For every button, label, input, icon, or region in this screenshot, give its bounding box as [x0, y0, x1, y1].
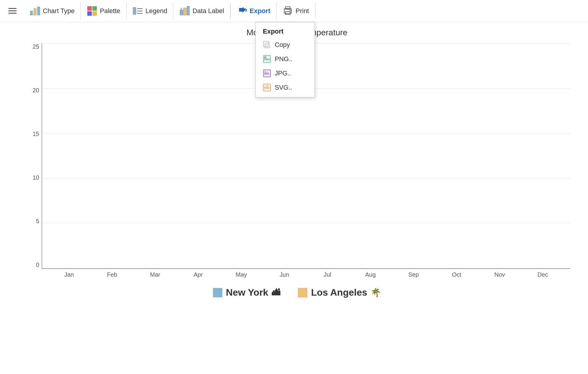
svg-point-18	[290, 10, 291, 11]
svg-item[interactable]: SVG SVG..	[256, 80, 314, 95]
svg-text:PNG: PNG	[264, 58, 270, 61]
la-icon: 🌴	[371, 288, 381, 297]
svg-rect-13	[187, 6, 189, 15]
x-label-aug: Aug	[349, 269, 392, 278]
chart-type-icon	[30, 6, 40, 16]
png-icon: PNG	[263, 55, 271, 63]
svg-rect-0	[30, 11, 33, 15]
y-label-25: 25	[26, 43, 39, 50]
export-label: Export	[250, 7, 271, 15]
jpg-icon: JPG	[263, 69, 271, 77]
svg-text:JPG: JPG	[264, 72, 269, 75]
x-label-jul: Jul	[306, 269, 349, 278]
svg-rect-2	[37, 7, 40, 15]
png-label: PNG..	[275, 55, 293, 63]
palette-button[interactable]: Palette	[81, 2, 127, 19]
data-label-label: Data Label	[192, 7, 224, 15]
svg-icon: SVG	[263, 83, 271, 92]
x-label-jan: Jan	[48, 269, 91, 278]
x-label-apr: Apr	[177, 269, 220, 278]
y-label-20: 20	[26, 87, 39, 94]
x-label-oct: Oct	[435, 269, 478, 278]
svg-rect-11	[180, 10, 183, 15]
svg-rect-1	[34, 9, 36, 15]
svg-rect-5	[87, 11, 92, 16]
x-label-mar: Mar	[134, 269, 177, 278]
hamburger-menu[interactable]	[5, 2, 24, 19]
y-label-0: 0	[26, 262, 39, 268]
copy-item[interactable]: Copy	[256, 38, 314, 52]
svg-rect-3	[87, 6, 92, 11]
legend-color-ny	[213, 288, 222, 297]
legend-label-ny: New York	[226, 287, 268, 298]
legend-item-la[interactable]: Los Angeles 🌴	[298, 287, 381, 298]
export-dropdown: Export Copy PNG PNG.. JPG JPG.. SVG	[255, 22, 315, 97]
chart-type-button[interactable]: Chart Type	[24, 2, 81, 19]
png-item[interactable]: PNG PNG..	[256, 52, 314, 66]
svg-rect-4	[92, 6, 97, 11]
chart-type-label: Chart Type	[43, 7, 75, 15]
export-icon	[237, 6, 247, 16]
x-label-nov: Nov	[478, 269, 521, 278]
svg-rect-20	[263, 41, 268, 47]
x-label-feb: Feb	[91, 269, 134, 278]
export-button[interactable]: Export	[231, 2, 277, 19]
print-label: Print	[295, 7, 309, 15]
data-label-icon: A	[179, 6, 190, 16]
print-button[interactable]: Print	[276, 2, 315, 19]
svg-text:SVG: SVG	[264, 86, 270, 89]
legend-label-la: Los Angeles	[311, 287, 367, 298]
svg-rect-7	[133, 7, 136, 15]
legend: New York 🏙 Los Angeles 🌴	[24, 287, 570, 298]
x-label-jun: Jun	[263, 269, 306, 278]
ny-icon: 🏙	[272, 288, 280, 297]
x-label-sep: Sep	[392, 269, 435, 278]
svg-text:A: A	[181, 7, 182, 9]
x-label-dec: Dec	[521, 269, 564, 278]
copy-label: Copy	[275, 41, 290, 49]
legend-label: Legend	[146, 7, 167, 15]
y-label-5: 5	[26, 218, 39, 225]
data-label-button[interactable]: A Data Label	[173, 2, 230, 19]
y-axis: 0 5 10 15 20 25	[26, 43, 39, 268]
legend-button[interactable]: Legend	[127, 2, 173, 19]
jpg-label: JPG..	[275, 69, 291, 77]
svg-point-29	[264, 71, 266, 72]
legend-color-la	[298, 288, 307, 297]
palette-label: Palette	[100, 7, 120, 15]
dropdown-header: Export	[256, 25, 314, 38]
legend-item-ny[interactable]: New York 🏙	[213, 287, 280, 298]
hamburger-icon	[7, 7, 18, 15]
palette-icon	[87, 6, 97, 16]
svg-rect-12	[184, 8, 186, 15]
x-label-may: May	[220, 269, 263, 278]
x-axis: Jan Feb Mar Apr May Jun Jul Aug Sep Oct …	[42, 269, 570, 278]
print-icon	[282, 6, 293, 16]
jpg-item[interactable]: JPG JPG..	[256, 66, 314, 80]
copy-icon	[263, 41, 271, 49]
toolbar: Chart Type Palette Legend A Data Label	[0, 0, 588, 22]
svg-label: SVG..	[275, 84, 292, 91]
legend-icon	[132, 6, 143, 16]
y-label-15: 15	[26, 131, 39, 137]
y-label-10: 10	[26, 174, 39, 181]
svg-point-26	[264, 56, 266, 58]
svg-rect-6	[92, 11, 97, 16]
